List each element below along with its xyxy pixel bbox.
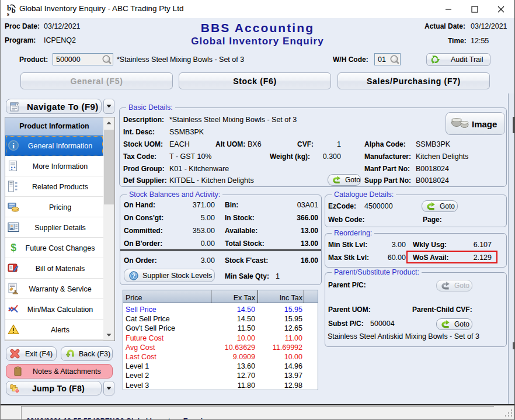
svg-text:i: i: [12, 141, 15, 150]
svg-text:?: ?: [132, 272, 135, 279]
svg-text:$: $: [11, 242, 16, 254]
svg-text:s: s: [7, 11, 9, 16]
